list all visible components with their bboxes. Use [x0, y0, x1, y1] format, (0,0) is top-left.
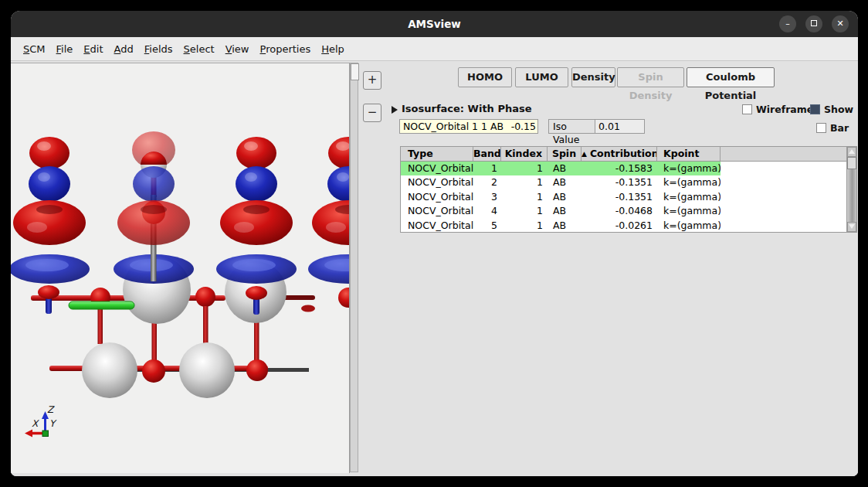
cell-type: NOCV_Orbital [401, 162, 473, 175]
cell-type: NOCV_Orbital [401, 175, 473, 189]
iso-value-input[interactable]: 0.01 [595, 119, 645, 134]
wireframe-checkbox-label: Wireframe [756, 104, 813, 115]
cell-band: 3 [473, 190, 501, 204]
tab-lumo[interactable]: LUMO [515, 67, 568, 87]
table-row-selected[interactable]: NOCV_Orbital 1 1 AB -0.1583 k=(gamma) [401, 162, 856, 175]
table-scrollbar[interactable] [846, 147, 856, 232]
menu-item-add[interactable]: Add [109, 43, 139, 55]
table-row[interactable]: NOCV_Orbital 3 1 AB -0.1351 k=(gamma) [401, 190, 856, 204]
axis-indicator: X Y Z [25, 404, 57, 438]
cell-kpoint: k=(gamma) [657, 190, 721, 204]
cell-type: NOCV_Orbital [401, 219, 473, 233]
axis-label-z: Z [47, 404, 55, 415]
cell-kindex: 1 [501, 219, 548, 233]
wireframe-checkbox[interactable]: Wireframe [742, 104, 813, 115]
tab-homo[interactable]: HOMO [458, 67, 512, 87]
cell-spin: AB [548, 190, 581, 204]
title-bar[interactable]: AMSview – ✕ [11, 11, 858, 37]
table-row[interactable]: NOCV_Orbital 4 1 AB -0.0468 k=(gamma) [401, 204, 856, 218]
tab-density[interactable]: Density [571, 67, 615, 87]
minimize-button[interactable]: – [779, 15, 796, 32]
bar-checkbox-box[interactable] [816, 123, 826, 133]
fields-panel: + HOMO LUMO Density Spin Density Coulomb… [359, 61, 858, 476]
add-field-button[interactable]: + [363, 71, 381, 90]
remove-isosurface-button[interactable]: − [363, 104, 381, 122]
main-area: X Y Z + HOMO LUMO Density Spin Density C… [11, 61, 858, 476]
menu-item-file[interactable]: File [51, 43, 79, 55]
y-axis-origin [42, 431, 49, 437]
tab-spin-density: Spin Density [617, 67, 684, 87]
cell-contribution: -0.1583 [581, 162, 657, 175]
cell-contribution: -0.1351 [581, 190, 657, 204]
molecule-3d-viewport[interactable]: X Y Z [11, 63, 350, 473]
window-title: AMSview [11, 11, 858, 37]
cell-kindex: 1 [501, 204, 548, 218]
scroll-up-button[interactable] [847, 147, 856, 157]
sort-ascending-icon: ▲ [581, 150, 587, 158]
iso-value-label: Iso Value [548, 119, 595, 134]
maximize-icon [811, 20, 817, 26]
cell-spin: AB [548, 162, 581, 175]
cell-spin: AB [548, 219, 581, 233]
show-checkbox-box[interactable] [810, 104, 820, 114]
menu-item-help[interactable]: Help [316, 43, 350, 55]
cell-band: 1 [473, 162, 501, 175]
amsview-window: AMSview – ✕ SCM File Edit Add Fields Sel… [11, 11, 858, 476]
axis-label-x: X [32, 418, 39, 429]
menu-item-edit[interactable]: Edit [78, 43, 108, 55]
bar-checkbox-label: Bar [830, 122, 849, 134]
menu-item-fields[interactable]: Fields [139, 43, 178, 55]
wireframe-checkbox-box[interactable] [742, 104, 752, 114]
panel-splitter-scrollbar[interactable] [350, 63, 358, 472]
menu-item-properties[interactable]: Properties [255, 43, 317, 55]
close-icon: ✕ [836, 19, 843, 29]
menu-item-view[interactable]: View [220, 43, 255, 55]
cell-band: 4 [473, 204, 501, 218]
column-header-kpoint[interactable]: Kpoint [657, 147, 721, 161]
menu-item-select[interactable]: Select [178, 43, 220, 55]
show-checkbox[interactable]: Show [810, 104, 853, 115]
cell-band: 2 [473, 175, 501, 189]
cell-kindex: 1 [501, 175, 548, 189]
selected-bond-highlight[interactable] [69, 301, 134, 309]
orbital-select-text: NOCV_Orbital 1 1 AB [403, 121, 504, 132]
disclosure-triangle-icon[interactable] [392, 106, 398, 114]
atoms-lower-row [49, 342, 309, 398]
arrow-down-icon [849, 224, 855, 229]
column-header-spin[interactable]: Spin [548, 147, 581, 161]
show-checkbox-label: Show [824, 104, 853, 115]
orbital-select-field[interactable]: NOCV_Orbital 1 1 AB -0.15 [399, 119, 538, 134]
column-header-kindex[interactable]: Kindex [501, 147, 548, 161]
window-controls: – ✕ [779, 15, 849, 32]
menu-item-scm[interactable]: SCM [18, 43, 51, 55]
arrow-up-icon [849, 149, 855, 154]
cell-kpoint: k=(gamma) [657, 175, 721, 189]
scroll-down-button[interactable] [847, 222, 856, 232]
axis-label-y: Y [49, 418, 57, 429]
cell-filler [721, 204, 856, 218]
column-header-type[interactable]: Type [401, 147, 473, 161]
scrollbar-thumb[interactable] [847, 157, 856, 169]
column-header-contribution[interactable]: ▲Contribution [581, 147, 657, 161]
table-row[interactable]: NOCV_Orbital 2 1 AB -0.1351 k=(gamma) [401, 175, 856, 189]
table-row[interactable]: NOCV_Orbital 5 1 AB -0.0261 k=(gamma) [401, 219, 856, 233]
cell-contribution: -0.0261 [581, 219, 657, 233]
close-button[interactable]: ✕ [832, 15, 849, 32]
cell-kpoint: k=(gamma) [657, 204, 721, 218]
cell-kpoint: k=(gamma) [657, 219, 721, 233]
bar-checkbox[interactable]: Bar [816, 122, 849, 134]
tab-coulomb-potential[interactable]: Coulomb Potential [687, 67, 775, 87]
splitter-thumb[interactable] [351, 63, 359, 80]
maximize-button[interactable] [805, 15, 822, 32]
orbitals-table: Type Band Kindex Spin ▲Contribution Kpoi… [400, 146, 857, 233]
cell-type: NOCV_Orbital [401, 190, 473, 204]
desktop: { "window": { "title": "AMSview", "contr… [0, 0, 868, 487]
cell-filler [721, 175, 856, 189]
column-header-filler [721, 147, 856, 161]
cell-filler [721, 219, 856, 233]
cell-contribution: -0.1351 [581, 175, 657, 189]
menu-bar: SCM File Edit Add Fields Select View Pro… [11, 37, 858, 61]
cell-band: 5 [473, 219, 501, 233]
blue-disc-lobes [11, 254, 349, 284]
column-header-band[interactable]: Band [473, 147, 501, 161]
